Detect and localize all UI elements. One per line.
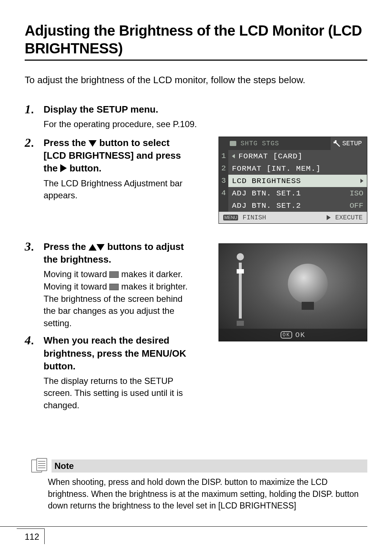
row-number: 2: [219, 162, 228, 175]
note-block: Note When shooting, press and hold down …: [31, 458, 367, 511]
play-icon: [327, 215, 331, 220]
tab-setup: SETUP: [342, 140, 362, 147]
note-icon: [31, 458, 48, 473]
row-label: FORMAT [INT. MEM.]: [232, 165, 363, 173]
menu-list: 1 FORMAT [CARD] 2 FORMAT [INT. MEM.] 3 L…: [219, 150, 367, 212]
menu-tabs: SHTG STGS SETUP: [219, 137, 367, 150]
row-number: 4: [219, 187, 228, 199]
tab-shtg: SHTG STGS: [241, 140, 279, 147]
menu-row: 1 FORMAT [CARD]: [219, 150, 367, 162]
menu-row: 4 ADJ BTN. SET.1 ISO: [219, 187, 367, 199]
balloon-basket: [302, 302, 314, 310]
setup-menu-screenshot: SHTG STGS SETUP 1 FORMAT [CARD] 2 FORMAT…: [219, 137, 367, 224]
note-text: When shooting, press and hold down the D…: [48, 476, 367, 511]
row-label: ADJ BTN. SET.2: [232, 202, 346, 210]
brightness-adjust-screenshot: OK OK: [219, 243, 367, 341]
step-4: 4. When you reach the desired brightness…: [25, 334, 192, 411]
menu-badge: MENU: [223, 215, 238, 220]
ok-badge-icon: OK: [281, 331, 293, 339]
up-arrow-icon: [89, 244, 97, 251]
left-arrow-icon: [232, 154, 235, 158]
step-number: 4.: [25, 334, 37, 347]
step-description: The LCD Brightness Adjustment bar appear…: [44, 177, 192, 202]
right-arrow-icon: [60, 164, 67, 172]
bright-slider-icon: [109, 284, 119, 290]
row-label: FORMAT [CARD]: [238, 152, 363, 161]
step-3: 3. Press the buttons to adjust the brigh…: [25, 240, 192, 329]
footer-finish: FINISH: [242, 214, 266, 221]
down-arrow-icon: [97, 244, 105, 251]
slider-thumb: [237, 269, 244, 274]
step-1: 1. Display the SETUP menu. For the opera…: [25, 103, 367, 130]
row-label: ADJ BTN. SET.1: [232, 189, 346, 198]
step-heading: Press the buttons to adjust the brightne…: [44, 240, 192, 266]
step-description: Moving it toward makes it darker. Moving…: [44, 268, 192, 329]
right-arrow-icon: [360, 179, 363, 183]
step-number: 2.: [25, 137, 37, 149]
ok-bar: OK OK: [219, 329, 367, 341]
footer-rule: [0, 526, 367, 527]
step-description: For the operating procedure, see P.109.: [44, 118, 367, 130]
note-label: Note: [54, 461, 364, 471]
dark-slider-icon: [109, 271, 119, 278]
step-heading: Press the button to select [LCD BRIGHTNE…: [44, 137, 192, 175]
menu-row: 2 FORMAT [INT. MEM.]: [219, 162, 367, 175]
step-number: 3.: [25, 240, 37, 253]
intro-text: To adjust the brightness of the LCD moni…: [25, 74, 367, 86]
ok-label: OK: [295, 331, 305, 339]
row-value: ISO: [350, 189, 363, 198]
menu-row: ADJ BTN. SET.2 OFF: [219, 199, 367, 212]
page-number: 112: [17, 528, 45, 544]
steps-list: 1. Display the SETUP menu. For the opera…: [25, 103, 367, 412]
menu-ok-label: MENU/OK: [142, 348, 186, 359]
balloon-graphic: [288, 264, 328, 304]
wrench-icon: [334, 140, 340, 147]
row-value: OFF: [350, 202, 363, 210]
step-number: 1.: [25, 103, 37, 116]
down-arrow-icon: [89, 140, 97, 147]
menu-footer: MENU FINISH EXECUTE: [219, 212, 367, 223]
dark-icon: [237, 321, 244, 326]
menu-row-selected: 3 LCD BRIGHTNESS: [219, 175, 367, 187]
step-2: 2. Press the button to select [LCD BRIGH…: [25, 137, 192, 201]
step-heading: Display the SETUP menu.: [44, 103, 367, 116]
row-number: 1: [219, 150, 228, 162]
step-heading: When you reach the desired brightness, p…: [44, 334, 192, 372]
step-description: The display returns to the SETUP screen.…: [44, 375, 192, 412]
camera-icon: [230, 141, 236, 146]
row-number: [219, 199, 228, 212]
page-title: Adjusting the Brightness of the LCD Moni…: [25, 22, 367, 61]
sun-icon: [237, 253, 244, 260]
row-number: 3: [219, 175, 228, 187]
brightness-slider: [236, 253, 245, 326]
row-label: LCD BRIGHTNESS: [232, 177, 357, 185]
footer-execute: EXECUTE: [335, 214, 363, 221]
slider-track: [239, 263, 242, 319]
